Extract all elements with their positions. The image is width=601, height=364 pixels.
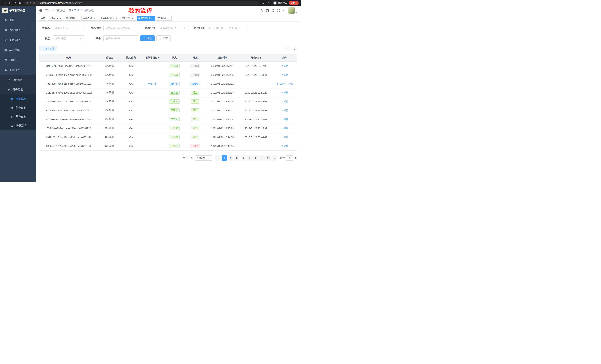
page-button[interactable]: 2 bbox=[228, 155, 233, 161]
detail-link[interactable]: 详情 bbox=[281, 91, 288, 94]
font-size-icon[interactable]: TT bbox=[282, 9, 286, 12]
refresh-table-button[interactable] bbox=[292, 46, 297, 51]
cancel-link[interactable]: 取消 bbox=[277, 82, 284, 85]
page-button[interactable]: 6 bbox=[253, 155, 258, 161]
close-tab-icon[interactable]: × bbox=[167, 17, 170, 19]
sidebar-item[interactable]: 研发工具 bbox=[0, 55, 36, 65]
search-button[interactable]: 搜索 bbox=[140, 35, 155, 41]
fullscreen-icon[interactable] bbox=[277, 9, 280, 12]
update-button[interactable]: 更新 bbox=[289, 1, 299, 5]
breadcrumb-item[interactable]: 任务管理 bbox=[69, 9, 79, 12]
submit-time-label: 提交时间 bbox=[194, 26, 204, 30]
sidebar-item[interactable]: 待办任务 bbox=[0, 103, 36, 112]
view-tab[interactable]: 流程表单× bbox=[81, 16, 97, 21]
page-button[interactable]: 3 bbox=[234, 155, 239, 161]
sidebar-item[interactable]: 已办任务 bbox=[0, 112, 36, 121]
process-name-input[interactable] bbox=[52, 25, 84, 31]
password-key-icon[interactable] bbox=[261, 1, 266, 5]
status-tag: 已完成 bbox=[169, 64, 180, 68]
view-tab[interactable]: 流程定义× bbox=[48, 16, 64, 21]
sidebar-item[interactable]: 请假查询 bbox=[0, 121, 36, 130]
prev-page-button[interactable] bbox=[215, 155, 220, 161]
user-icon bbox=[10, 124, 14, 127]
status-tag: 已完成 bbox=[169, 135, 180, 139]
close-tab-icon[interactable]: × bbox=[60, 17, 62, 19]
detail-link[interactable]: 详情 bbox=[281, 73, 288, 77]
goto-page-input[interactable] bbox=[286, 155, 293, 161]
sidebar-item[interactable]: 基础设施 bbox=[0, 45, 36, 55]
detail-link[interactable]: 详情 bbox=[281, 118, 288, 121]
category-select[interactable]: 请选择流程分类 bbox=[158, 25, 188, 31]
sidebar-item[interactable]: ¥支付管理 bbox=[0, 35, 36, 45]
detail-link[interactable]: 详情 bbox=[281, 127, 288, 130]
more-pages-button[interactable]: ··· bbox=[260, 155, 265, 161]
column-header: 编号 bbox=[39, 54, 99, 61]
view-tab[interactable]: 用户分组× bbox=[120, 16, 136, 21]
view-tab[interactable]: 我的流程× bbox=[137, 16, 155, 21]
sidebar-item[interactable]: 工作流程 bbox=[0, 65, 36, 75]
app-logo[interactable]: 芋道管理系统 bbox=[0, 6, 36, 15]
browser-forward-icon[interactable] bbox=[7, 1, 12, 5]
close-tab-icon[interactable]: × bbox=[76, 17, 79, 19]
cell-status: 进行中 bbox=[164, 79, 185, 88]
detail-link[interactable]: 详情 bbox=[281, 136, 288, 139]
column-header: 流程分类 bbox=[120, 54, 141, 61]
cell-id: 03c6c157-7b9a-11ec-a290-acde48001122 bbox=[39, 142, 99, 151]
detail-link[interactable]: 详情 bbox=[281, 109, 288, 112]
browser-back-icon[interactable] bbox=[2, 1, 7, 5]
header-search-icon[interactable] bbox=[260, 9, 263, 12]
page-button[interactable]: 4 bbox=[240, 155, 246, 161]
edit-icon bbox=[281, 101, 283, 103]
result-select[interactable]: 请选择流结果 bbox=[103, 35, 139, 41]
page-content: 流程名 所属流程 流程分类 请选择流程分类 提交时间 bbox=[36, 21, 300, 182]
view-tab[interactable]: 流程模型× bbox=[65, 16, 80, 21]
address-bar[interactable]: 不安全 | dashboard.yudao.iocoder.cn/bpm/tas… bbox=[24, 1, 259, 5]
help-icon[interactable] bbox=[271, 9, 274, 12]
browser-menu-dots-icon[interactable] bbox=[295, 2, 298, 4]
next-page-button[interactable] bbox=[272, 155, 277, 161]
view-tab[interactable]: 发起流程× bbox=[156, 16, 172, 21]
cell-end-time bbox=[239, 142, 273, 151]
sidebar-item[interactable]: 系统管理 bbox=[0, 25, 36, 35]
cell-status: 已完成 bbox=[164, 70, 185, 79]
submit-time-range-picker[interactable]: 开始日期 - 结束日期 bbox=[207, 25, 248, 31]
github-icon[interactable] bbox=[266, 9, 269, 12]
close-tab-icon[interactable]: × bbox=[131, 17, 134, 19]
page-button[interactable]: 11 bbox=[266, 155, 271, 161]
sidebar-item[interactable]: 任务管理 bbox=[0, 85, 36, 95]
detail-link[interactable]: 详情 bbox=[286, 82, 293, 85]
page-size-select[interactable]: 10条/页 bbox=[195, 155, 212, 161]
breadcrumb-item[interactable]: 首页 bbox=[45, 9, 50, 12]
bookmark-star-icon[interactable] bbox=[266, 1, 271, 5]
close-tab-icon[interactable]: × bbox=[115, 17, 117, 19]
sidebar-item[interactable]: 我的流程 bbox=[0, 95, 36, 103]
current-task-link[interactable]: 一级审批 bbox=[148, 82, 158, 85]
cell-id: 67c2eaab-7b9a-11ec-a290-acde48001122 bbox=[39, 115, 99, 124]
view-tab[interactable]: 首页 bbox=[39, 16, 47, 21]
close-tab-icon[interactable]: × bbox=[151, 17, 153, 19]
table-row: 2152467e-7b9b-11ec-9a1b-acde48001122OA 请… bbox=[39, 88, 297, 97]
create-process-button[interactable]: 发起流程 bbox=[39, 46, 57, 51]
parent-process-input[interactable] bbox=[103, 25, 139, 31]
detail-link[interactable]: 详情 bbox=[281, 144, 288, 148]
sidebar-toggle-icon[interactable] bbox=[39, 9, 42, 12]
logo-image bbox=[2, 8, 8, 13]
sidebar-item[interactable]: 流程管理 bbox=[0, 75, 36, 85]
toggle-search-button[interactable] bbox=[285, 46, 290, 51]
breadcrumb-item[interactable]: 工作流程 bbox=[54, 9, 65, 12]
browser-reload-icon[interactable] bbox=[12, 1, 17, 5]
cell-category: OA bbox=[120, 106, 141, 115]
user-menu[interactable] bbox=[288, 7, 298, 14]
cell-submit-time: 2022-01-22 23:46:47 bbox=[206, 106, 239, 115]
page-button[interactable]: 5 bbox=[247, 155, 252, 161]
browser-home-icon[interactable] bbox=[18, 1, 22, 5]
sidebar-item[interactable]: 首页 bbox=[0, 15, 36, 25]
detail-link[interactable]: 详情 bbox=[281, 100, 288, 103]
status-select[interactable]: 请选择状态 bbox=[52, 35, 84, 41]
close-tab-icon[interactable]: × bbox=[93, 17, 95, 19]
user-avatar[interactable] bbox=[288, 7, 295, 14]
view-tab[interactable]: 流程表单-编辑× bbox=[98, 16, 119, 21]
detail-link[interactable]: 详情 bbox=[281, 64, 288, 67]
reset-button[interactable]: 重置 bbox=[156, 35, 171, 41]
page-button[interactable]: 1 bbox=[221, 155, 227, 161]
